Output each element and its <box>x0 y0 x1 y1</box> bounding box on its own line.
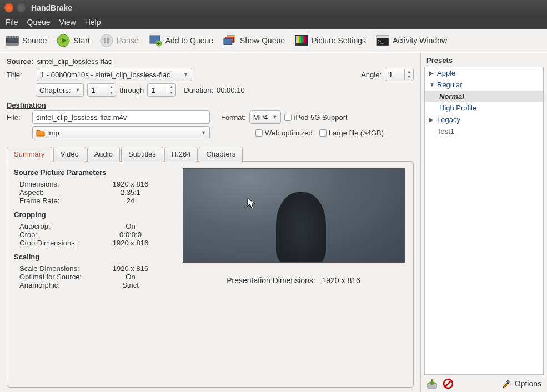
svg-rect-26 <box>377 36 389 38</box>
content-area: Source: sintel_clip_lossless-flac Title:… <box>0 52 547 392</box>
svg-rect-11 <box>107 38 109 43</box>
activity-window-button[interactable]: >_ Activity Window <box>376 34 447 47</box>
title-combo[interactable]: 1 - 00h00m10s - sintel_clip_lossless-fla… <box>37 68 192 81</box>
source-name: sintel_clip_lossless-flac <box>37 57 112 66</box>
svg-rect-23 <box>304 36 306 43</box>
tab-h264[interactable]: H.264 <box>164 147 198 162</box>
source-row: Source: sintel_clip_lossless-flac <box>7 57 414 66</box>
menubar: File Queue View Help <box>0 16 547 29</box>
params-column: Source Picture Parameters Dimensions:192… <box>14 168 169 380</box>
destination-heading: Destination <box>7 101 414 109</box>
minimize-icon[interactable] <box>17 3 26 12</box>
tab-audio[interactable]: Audio <box>87 147 120 162</box>
folder-row: tmp ▼ Web optimized Large file (>4GB) <box>7 126 414 139</box>
show-queue-icon <box>223 34 237 47</box>
tab-summary[interactable]: Summary <box>7 147 52 162</box>
tabs: Summary Video Audio Subtitles H.264 Chap… <box>7 146 414 161</box>
toolbar: Source Start Pause Add to Queue Show Que… <box>0 29 547 52</box>
ipod-checkbox[interactable]: iPod 5G Support <box>284 113 347 122</box>
preset-normal[interactable]: Normal <box>425 91 543 102</box>
file-input[interactable]: sintel_clip_lossless-flac.m4v <box>32 110 210 124</box>
large-file-checkbox[interactable]: Large file (>4GB) <box>319 129 384 137</box>
title-label: Title: <box>7 71 32 79</box>
svg-rect-24 <box>306 36 307 43</box>
close-icon[interactable] <box>4 3 13 12</box>
start-button[interactable]: Start <box>57 34 90 47</box>
preset-legacy[interactable]: ▶ Legacy <box>425 114 543 125</box>
show-queue-button[interactable]: Show Queue <box>223 34 285 47</box>
svg-line-30 <box>445 381 451 386</box>
folder-combo[interactable]: tmp ▼ <box>32 126 210 139</box>
presets-panel: Presets ▶ Apple ▼ Regular Normal High Pr… <box>420 53 547 392</box>
presets-tree[interactable]: ▶ Apple ▼ Regular Normal High Profile ▶ … <box>424 67 544 375</box>
play-icon <box>57 34 70 47</box>
show-queue-label: Show Queue <box>240 36 285 45</box>
wrench-icon <box>501 379 511 389</box>
svg-rect-2 <box>6 43 18 45</box>
menu-file[interactable]: File <box>6 18 18 27</box>
svg-rect-22 <box>303 36 304 43</box>
title-row: Title: 1 - 00h00m10s - sintel_clip_lossl… <box>7 68 414 81</box>
format-combo[interactable]: MP4 ▼ <box>249 110 282 124</box>
preset-test1[interactable]: Test1 <box>425 125 543 137</box>
activity-window-label: Activity Window <box>393 36 447 45</box>
source-button[interactable]: Source <box>6 34 47 47</box>
main-panel: Source: sintel_clip_lossless-flac Title:… <box>0 53 420 392</box>
menu-view[interactable]: View <box>59 18 76 27</box>
preview-image <box>183 168 405 263</box>
cursor-icon <box>247 198 256 209</box>
add-to-queue-label: Add to Queue <box>165 36 213 45</box>
options-button[interactable]: Options <box>501 379 541 389</box>
spp-heading: Source Picture Parameters <box>14 168 169 177</box>
titlebar[interactable]: HandBrake <box>0 0 547 16</box>
svg-point-6 <box>16 37 17 38</box>
presets-footer: Options <box>421 375 547 392</box>
svg-rect-18 <box>296 36 298 43</box>
expander-icon[interactable]: ▼ <box>429 82 435 88</box>
pause-icon <box>100 34 113 47</box>
svg-rect-16 <box>224 38 232 44</box>
angle-value[interactable] <box>385 71 404 79</box>
chapter-from-spinner[interactable]: ▲▼ <box>87 83 116 97</box>
add-queue-icon <box>149 34 162 47</box>
folder-icon <box>36 129 45 137</box>
format-label: Format: <box>221 113 246 122</box>
svg-rect-19 <box>298 36 299 43</box>
scaling-heading: Scaling <box>14 253 169 261</box>
window-title: HandBrake <box>31 3 72 12</box>
menu-help[interactable]: Help <box>85 18 101 27</box>
menu-queue[interactable]: Queue <box>27 18 51 27</box>
preset-apple[interactable]: ▶ Apple <box>425 67 543 79</box>
duration-label: Duration: <box>184 86 213 94</box>
tab-subtitles[interactable]: Subtitles <box>121 147 163 162</box>
angle-spinner[interactable]: ▲▼ <box>385 68 414 81</box>
window-controls <box>4 3 26 12</box>
svg-rect-10 <box>104 38 106 43</box>
pause-button-label: Pause <box>117 36 139 45</box>
web-optimized-checkbox[interactable]: Web optimized <box>255 129 313 137</box>
presets-heading: Presets <box>421 56 547 67</box>
cropping-heading: Cropping <box>14 210 169 219</box>
preset-regular[interactable]: ▼ Regular <box>425 79 543 91</box>
add-to-queue-button[interactable]: Add to Queue <box>149 34 213 47</box>
tab-chapters[interactable]: Chapters <box>199 147 243 162</box>
presentation-dimensions: Presentation Dimensions: 1920 x 816 <box>227 276 360 285</box>
chapters-combo[interactable]: Chapters: ▼ <box>36 83 84 97</box>
save-preset-icon[interactable] <box>426 379 438 389</box>
expander-icon[interactable]: ▶ <box>429 117 435 123</box>
delete-preset-icon[interactable] <box>443 379 453 389</box>
tab-video[interactable]: Video <box>53 147 86 162</box>
chevron-down-icon: ▼ <box>183 72 188 77</box>
chevron-down-icon: ▼ <box>75 87 80 93</box>
preview-area: Presentation Dimensions: 1920 x 816 <box>180 168 407 380</box>
duration-value: 00:00:10 <box>217 86 245 94</box>
expander-icon[interactable]: ▶ <box>429 70 435 76</box>
through-label: through <box>119 86 144 94</box>
preset-high-profile[interactable]: High Profile <box>425 102 543 114</box>
svg-point-31 <box>503 386 504 387</box>
title-combo-value: 1 - 00h00m10s - sintel_clip_lossless-fla… <box>41 71 179 79</box>
svg-rect-20 <box>299 36 301 43</box>
chapter-to-spinner[interactable]: ▲▼ <box>147 83 176 97</box>
picture-settings-button[interactable]: Picture Settings <box>295 34 366 47</box>
svg-point-9 <box>101 34 113 47</box>
